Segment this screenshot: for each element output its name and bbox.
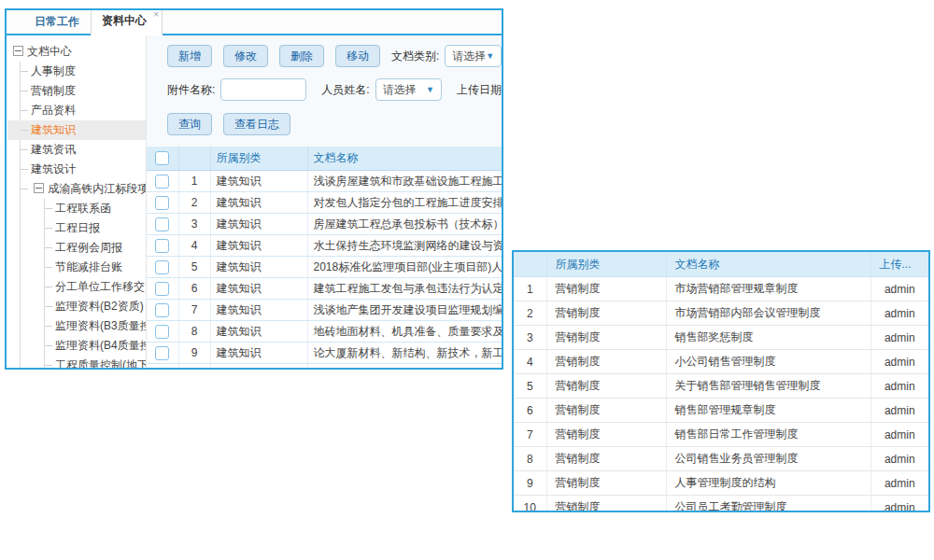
collapse-icon[interactable] [13,46,23,56]
table-row[interactable]: 4 建筑知识 水土保持生态环境监测网络的建设与资... [147,235,502,257]
header-category: 所属别类 [210,147,307,171]
tree-item-weekly-meeting[interactable]: 工程例会周报 [45,238,146,258]
row-checkbox[interactable] [155,346,169,360]
doc-type-value: 请选择 [452,49,486,64]
header-category: 所属别类 [546,252,666,277]
tree-node-project[interactable]: 成渝高铁内江标段项目 工程联系函 工程日报 工程例会周报 节能减排台账 分工单位… [21,179,146,368]
person-name-label: 人员姓名: [321,82,369,98]
delete-button[interactable]: 删除 [279,45,324,67]
tree-item-construction-knowledge[interactable]: 建筑知识 [21,120,146,140]
tree-item-supervision-b4[interactable]: 监理资料(B4质量控制) [45,336,146,356]
document-table: 所属别类 文档名称 1 建筑知识 浅谈房屋建筑和市政基础设施工程施工... 2 [147,147,502,368]
table-row[interactable]: 5 营销制度 关于销售部管理销售管理制度 admin [514,374,928,399]
tab-bar: 日常工作 资料中心 × [7,10,502,35]
tree-item-supervision-b3[interactable]: 监理资料(B3质量控制) [45,316,146,336]
tree-item-construction-news[interactable]: 建筑资讯 [21,140,146,160]
table-row[interactable]: 3 营销制度 销售部奖惩制度 admin [514,326,928,350]
row-checkbox[interactable] [155,239,169,253]
table-row[interactable]: 2 建筑知识 对发包人指定分包的工程施工进度安排... [147,192,502,214]
tab-data-center[interactable]: 资料中心 × [91,8,163,35]
table-row[interactable]: 1 营销制度 市场营销部管理规章制度 admin [514,277,928,301]
marketing-policy-table: 所属别类 文档名称 上传... 1 营销制度 市场营销部管理规章制度 admin… [514,252,928,512]
table-row[interactable]: 9 营销制度 人事管理制度的结构 admin [514,471,928,496]
table-row[interactable]: 6 建筑知识 建筑工程施工发包与承包违法行为认定... [147,278,502,300]
person-value: 请选择 [383,82,417,98]
tree-item-construction-design[interactable]: 建筑设计 [21,160,146,179]
row-checkbox[interactable] [155,282,169,296]
row-checkbox[interactable] [155,196,169,210]
table-row[interactable]: 7 营销制度 销售部日常工作管理制度 admin [514,423,928,447]
table-row[interactable]: 6 营销制度 销售部管理规章制度 admin [514,399,928,423]
row-checkbox[interactable] [155,303,169,317]
table-header-row: 所属别类 文档名称 [147,147,502,171]
chevron-down-icon: ▼ [426,85,434,94]
tree-project-label: 成渝高铁内江标段项目 [48,182,147,195]
header-title: 文档名称 [307,147,502,171]
add-button[interactable]: 新增 [167,45,212,67]
tree-item-contact-letters[interactable]: 工程联系函 [45,199,146,218]
attachment-name-input[interactable] [220,78,306,101]
row-checkbox[interactable] [155,175,169,189]
corner-cell [514,252,546,277]
tree-item-supervision-b2[interactable]: 监理资料(B2资质) [45,297,146,316]
row-checkbox[interactable] [155,217,169,231]
document-center-window: 日常工作 资料中心 × 文档中心 人事制度 营销制度 产品资料 建筑知识 建筑资… [5,8,503,370]
marketing-policy-table-panel: 所属别类 文档名称 上传... 1 营销制度 市场营销部管理规章制度 admin… [512,250,930,512]
table-row[interactable]: 9 建筑知识 论大厦新材料、新结构、新技术，新工... [147,343,502,364]
row-checkbox[interactable] [155,260,169,274]
table-row[interactable]: 8 营销制度 公司销售业务员管理制度 admin [514,447,928,471]
tree-item-quality-basement[interactable]: 工程质量控制(地下室) [45,356,146,368]
table-row[interactable]: 10 建筑知识 大厦地下室加气砼墙砌筑工程的施工方... [147,364,502,369]
table-row[interactable]: 8 建筑知识 地砖地面材料、机具准备、质量要求及... [147,321,502,343]
chevron-down-icon: ▼ [486,51,494,61]
edit-button[interactable]: 修改 [223,45,268,67]
header-title: 文档名称 [666,252,870,277]
close-icon[interactable]: × [153,10,159,20]
move-button[interactable]: 移动 [335,45,380,67]
header-index [178,147,210,171]
search-button[interactable]: 查询 [167,113,212,135]
table-row[interactable]: 2 营销制度 市场营销部内部会议管理制度 admin [514,301,928,326]
table-row[interactable]: 10 营销制度 公司员工考勤管理制度 admin [514,496,928,513]
tree-item-energy-saving[interactable]: 节能减排台账 [45,258,146,277]
row-checkbox[interactable] [155,325,169,339]
tab-data-center-label: 资料中心 [102,14,147,27]
table-row[interactable]: 7 建筑知识 浅谈地产集团开发建设项目监理规划编... [147,300,502,321]
select-all-checkbox[interactable] [155,151,169,165]
doc-type-label: 文档类别: [391,49,439,64]
document-list-panel: 新增 修改 删除 移动 文档类别: 请选择 ▼ 文档 附件名称: 人员姓名: 请… [147,35,502,368]
person-select[interactable]: 请选择 ▼ [375,78,442,101]
table-row[interactable]: 5 建筑知识 2018标准化监理项目部(业主项目部)人员... [147,257,502,278]
doc-type-select[interactable]: 请选择 ▼ [445,45,502,67]
table-row[interactable]: 1 建筑知识 浅谈房屋建筑和市政基础设施工程施工... [147,171,502,192]
category-tree: 文档中心 人事制度 营销制度 产品资料 建筑知识 建筑资讯 建筑设计 成渝高铁内… [7,35,147,368]
tab-daily-work[interactable]: 日常工作 [23,9,91,34]
tree-item-hr-policy[interactable]: 人事制度 [21,62,146,81]
tree-item-work-transfer[interactable]: 分工单位工作移交 [45,277,146,297]
tree-item-daily-report[interactable]: 工程日报 [45,218,146,238]
tree-root-label: 文档中心 [27,45,72,58]
tree-item-marketing-policy[interactable]: 营销制度 [21,81,146,101]
table-row[interactable]: 3 建筑知识 房屋建筑工程总承包投标书（技术标）... [147,214,502,235]
tree-item-product-info[interactable]: 产品资料 [21,101,146,120]
table-row[interactable]: 4 营销制度 小公司销售管理制度 admin [514,350,928,374]
attachment-name-label: 附件名称: [167,82,215,98]
view-log-button[interactable]: 查看日志 [223,113,290,135]
upload-date-label: 上传日期 [457,82,502,98]
tree-node-document-center[interactable]: 文档中心 [13,42,146,62]
table-header-row: 所属别类 文档名称 上传... [514,252,928,277]
header-uploader: 上传... [870,252,928,277]
collapse-icon[interactable] [34,183,44,193]
